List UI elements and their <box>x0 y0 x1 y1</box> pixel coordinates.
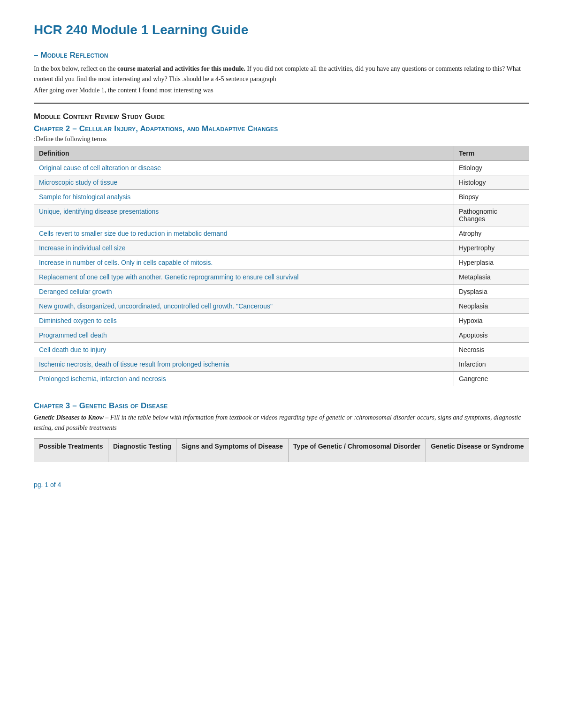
term-cell: Neoplasia <box>454 299 529 313</box>
definition-cell: Cell death due to injury <box>34 342 454 357</box>
chapter3-section: Chapter 3 – Genetic Basis of Disease Gen… <box>34 401 529 462</box>
definition-cell: New growth, disorganized, uncoordinated,… <box>34 299 454 313</box>
definition-cell: Increase in individual cell size <box>34 240 454 255</box>
term-cell: Hypertrophy <box>454 240 529 255</box>
term-cell: Hypoxia <box>454 313 529 328</box>
term-cell: Dysplasia <box>454 284 529 299</box>
chapter2-section: Chapter 2 – Cellular Injury, Adaptations… <box>34 124 529 386</box>
reflection-body1-bold: course material and activities for this … <box>117 65 245 72</box>
genetic-col2-header: Diagnostic Testing <box>108 438 176 454</box>
genetic-row1-col1 <box>34 454 108 462</box>
chapter2-heading: Chapter 2 – Cellular Injury, Adaptations… <box>34 124 529 134</box>
term-cell: Pathognomic Changes <box>454 204 529 226</box>
table-row: Programmed cell deathApoptosis <box>34 328 529 342</box>
page-footer: pg. 1 of 4 <box>34 481 529 488</box>
chapter3-intro-bold: Genetic Diseases to Know <box>34 414 104 421</box>
table-row: Sample for histological analysisBiopsy <box>34 189 529 204</box>
definition-cell: Unique, identifying disease presentation… <box>34 204 454 226</box>
table-row: Cells revert to smaller size due to redu… <box>34 226 529 240</box>
definition-cell: Replacement of one cell type with anothe… <box>34 270 454 284</box>
page-title: HCR 240 Module 1 Learning Guide <box>34 23 529 38</box>
genetic-row1-col4 <box>288 454 426 462</box>
table-row: New growth, disorganized, uncoordinated,… <box>34 299 529 313</box>
definition-cell: Ischemic necrosis, death of tissue resul… <box>34 357 454 371</box>
content-review-heading: Module Content Review Study Guide <box>34 112 529 121</box>
definition-cell: Original cause of cell alteration or dis… <box>34 160 454 175</box>
chapter3-intro: Genetic Diseases to Know – Fill in the t… <box>34 413 529 434</box>
genetic-table: Possible Treatments Diagnostic Testing S… <box>34 438 529 462</box>
genetic-col5-header: Genetic Disease or Syndrome <box>426 438 529 454</box>
definition-cell: Cells revert to smaller size due to redu… <box>34 226 454 240</box>
definition-cell: Sample for histological analysis <box>34 189 454 204</box>
table-row: Replacement of one cell type with anothe… <box>34 270 529 284</box>
col-definition-header: Definition <box>34 146 454 160</box>
chapter3-heading: Chapter 3 – Genetic Basis of Disease <box>34 401 529 411</box>
term-cell: Histology <box>454 175 529 189</box>
definition-cell: Diminished oxygen to cells <box>34 313 454 328</box>
col-term-header: Term <box>454 146 529 160</box>
definition-cell: Deranged cellular growth <box>34 284 454 299</box>
table-row: Microscopic study of tissueHistology <box>34 175 529 189</box>
term-cell: Necrosis <box>454 342 529 357</box>
terms-table: Definition Term Original cause of cell a… <box>34 146 529 386</box>
term-cell: Infarction <box>454 357 529 371</box>
term-cell: Apoptosis <box>454 328 529 342</box>
term-cell: Atrophy <box>454 226 529 240</box>
term-cell: Metaplasia <box>454 270 529 284</box>
term-cell: Gangrene <box>454 371 529 386</box>
genetic-col3-header: Signs and Symptoms of Disease <box>176 438 288 454</box>
table-row: Unique, identifying disease presentation… <box>34 204 529 226</box>
genetic-row1-col3 <box>176 454 288 462</box>
table-row: Original cause of cell alteration or dis… <box>34 160 529 175</box>
chapter3-intro-dash: – <box>104 414 109 421</box>
table-row: Increase in number of cells. Only in cel… <box>34 255 529 270</box>
table-row: Ischemic necrosis, death of tissue resul… <box>34 357 529 371</box>
genetic-col1-header: Possible Treatments <box>34 438 108 454</box>
term-cell: Biopsy <box>454 189 529 204</box>
genetic-col4-header: Type of Genetic / Chromosomal Disorder <box>288 438 426 454</box>
genetic-row1-col2 <box>108 454 176 462</box>
chapter2-instruction: :Define the following terms <box>34 135 529 143</box>
definition-cell: Increase in number of cells. Only in cel… <box>34 255 454 270</box>
definition-cell: Programmed cell death <box>34 328 454 342</box>
table-row: Cell death due to injuryNecrosis <box>34 342 529 357</box>
table-row: Increase in individual cell sizeHypertro… <box>34 240 529 255</box>
module-reflection-heading: – Module Reflection <box>34 51 529 60</box>
table-row: Diminished oxygen to cellsHypoxia <box>34 313 529 328</box>
term-cell: Etiology <box>454 160 529 175</box>
table-row: Deranged cellular growthDysplasia <box>34 284 529 299</box>
term-cell: Hyperplasia <box>454 255 529 270</box>
genetic-row1-col5 <box>426 454 529 462</box>
module-reflection-section: – Module Reflection In the box below, re… <box>34 51 529 94</box>
module-reflection-body1: In the box below, reflect on the course … <box>34 64 529 85</box>
table-row: Prolonged ischemia, infarction and necro… <box>34 371 529 386</box>
section-divider <box>34 103 529 104</box>
definition-cell: Microscopic study of tissue <box>34 175 454 189</box>
reflection-body1-prefix: In the box below, reflect on the <box>34 65 117 72</box>
reflection-answer: After going over Module 1, the content I… <box>34 87 529 94</box>
definition-cell: Prolonged ischemia, infarction and necro… <box>34 371 454 386</box>
